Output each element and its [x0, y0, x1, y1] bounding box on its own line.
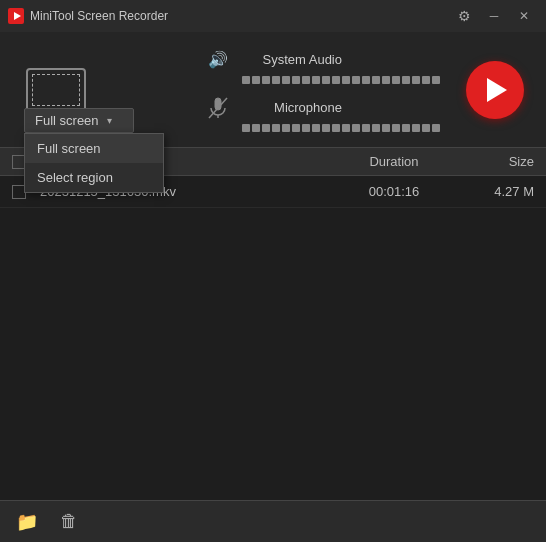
title-bar-left: MiniTool Screen Recorder [8, 8, 168, 24]
gear-icon: ⚙ [458, 8, 471, 24]
capture-mode-dropdown[interactable]: Full screen ▾ [24, 108, 134, 133]
dropdown-menu: Full screen Select region [24, 133, 164, 193]
settings-button[interactable]: ⚙ [450, 5, 478, 27]
microphone-level-row [242, 124, 530, 132]
chevron-down-icon: ▾ [107, 115, 112, 126]
minimize-button[interactable]: ─ [480, 5, 508, 27]
header-size: Size [454, 154, 534, 169]
close-icon: ✕ [519, 9, 529, 23]
play-button-container [460, 61, 530, 119]
app-title: MiniTool Screen Recorder [30, 9, 168, 23]
table-body: 20231215_131630.mkv 00:01:16 4.27 M [0, 176, 546, 542]
microphone-label: Microphone [242, 100, 342, 115]
file-size: 4.27 M [454, 184, 534, 199]
header-duration: Duration [334, 154, 454, 169]
system-audio-level [242, 76, 440, 84]
microphone-level [242, 124, 440, 132]
delete-icon: 🗑 [60, 511, 78, 532]
microphone-icon [206, 96, 230, 120]
system-audio-label: System Audio [242, 52, 342, 67]
bottom-bar: 📁 🗑 [0, 500, 546, 542]
open-folder-button[interactable]: 📁 [12, 507, 42, 537]
dropdown-item-fullscreen[interactable]: Full screen [25, 134, 163, 163]
file-duration: 00:01:16 [334, 184, 454, 199]
dropdown-container: Full screen ▾ Full screen Select region [24, 108, 134, 133]
delete-button[interactable]: 🗑 [54, 507, 84, 537]
record-play-button[interactable] [466, 61, 524, 119]
title-bar-controls: ⚙ ─ ✕ [450, 5, 538, 27]
speaker-icon: 🔊 [206, 48, 230, 72]
screen-capture-icon [26, 68, 86, 112]
top-panel: Full screen ▾ Full screen Select region … [0, 32, 546, 147]
minimize-icon: ─ [490, 9, 499, 23]
dropdown-current-value: Full screen [35, 113, 99, 128]
main-content: Full screen ▾ Full screen Select region … [0, 32, 546, 542]
close-button[interactable]: ✕ [510, 5, 538, 27]
title-bar: MiniTool Screen Recorder ⚙ ─ ✕ [0, 0, 546, 32]
dropdown-item-select-region[interactable]: Select region [25, 163, 163, 192]
app-icon [8, 8, 24, 24]
folder-icon: 📁 [16, 511, 38, 533]
